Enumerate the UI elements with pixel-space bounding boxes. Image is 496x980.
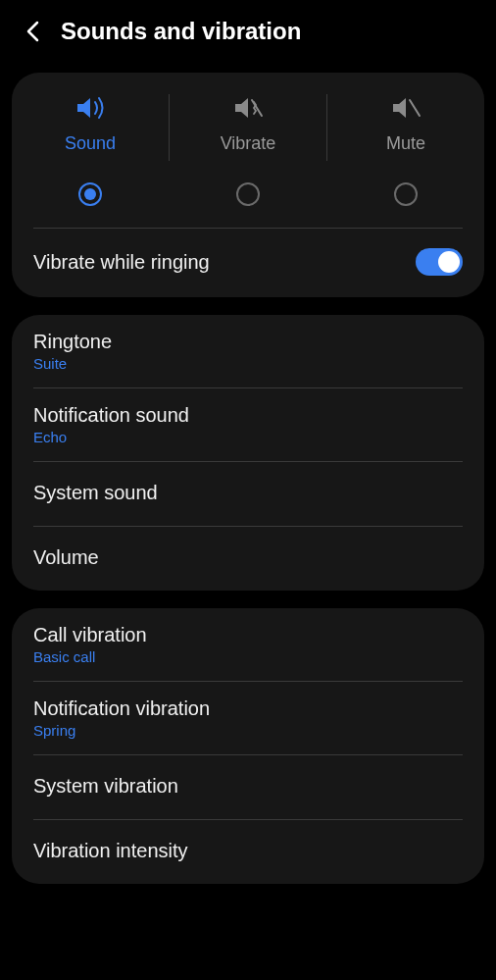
call-vibration-title: Call vibration xyxy=(33,624,463,646)
header: Sounds and vibration xyxy=(0,0,496,63)
mute-icon xyxy=(389,94,422,122)
mode-sound-label: Sound xyxy=(65,133,116,154)
notification-vibration-value: Spring xyxy=(33,722,463,739)
sound-icon xyxy=(74,94,107,122)
vibration-settings-card: Call vibration Basic call Notification v… xyxy=(12,608,484,884)
mode-sound[interactable]: Sound xyxy=(12,94,169,161)
mode-mute-label: Mute xyxy=(386,133,425,154)
back-icon[interactable] xyxy=(22,21,43,42)
radio-mute[interactable] xyxy=(394,182,418,206)
system-sound-title: System sound xyxy=(33,482,463,504)
ringtone-value: Suite xyxy=(33,355,463,372)
radio-vibrate[interactable] xyxy=(236,182,260,206)
sound-mode-row: Sound Vibrate Mute xyxy=(12,73,484,171)
mode-mute[interactable]: Mute xyxy=(327,94,484,161)
volume-title: Volume xyxy=(33,546,463,569)
ringtone-title: Ringtone xyxy=(33,331,463,353)
call-vibration-value: Basic call xyxy=(33,648,463,665)
mode-vibrate-label: Vibrate xyxy=(221,133,276,154)
mode-radio-row xyxy=(12,171,484,228)
notification-sound-row[interactable]: Notification sound Echo xyxy=(12,388,484,461)
volume-row[interactable]: Volume xyxy=(12,527,484,591)
ringtone-row[interactable]: Ringtone Suite xyxy=(12,315,484,387)
vibration-intensity-title: Vibration intensity xyxy=(33,840,463,862)
radio-sound[interactable] xyxy=(78,182,102,206)
notification-sound-value: Echo xyxy=(33,429,463,445)
system-vibration-title: System vibration xyxy=(33,775,463,798)
vibrate-while-ringing-toggle[interactable] xyxy=(416,248,463,276)
page-title: Sounds and vibration xyxy=(61,18,301,45)
mode-vibrate[interactable]: Vibrate xyxy=(170,94,326,161)
call-vibration-row[interactable]: Call vibration Basic call xyxy=(12,608,484,681)
vibrate-while-ringing-row[interactable]: Vibrate while ringing xyxy=(12,229,484,297)
sound-settings-card: Ringtone Suite Notification sound Echo S… xyxy=(12,315,484,591)
vibrate-icon xyxy=(231,94,265,122)
notification-vibration-title: Notification vibration xyxy=(33,697,463,720)
notification-vibration-row[interactable]: Notification vibration Spring xyxy=(12,682,484,754)
sound-mode-card: Sound Vibrate Mute xyxy=(12,73,484,297)
system-vibration-row[interactable]: System vibration xyxy=(12,755,484,819)
system-sound-row[interactable]: System sound xyxy=(12,462,484,526)
vibration-intensity-row[interactable]: Vibration intensity xyxy=(12,820,484,884)
notification-sound-title: Notification sound xyxy=(33,404,463,427)
vibrate-while-ringing-label: Vibrate while ringing xyxy=(33,251,210,274)
